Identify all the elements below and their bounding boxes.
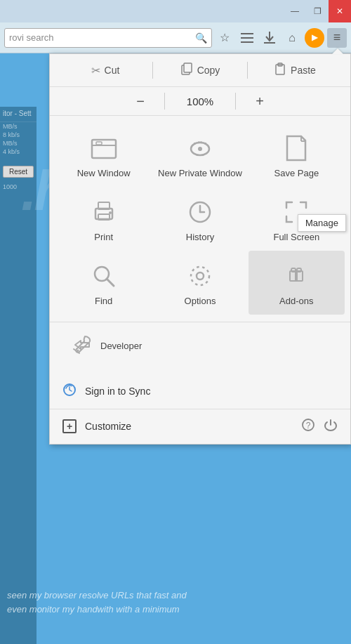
menu-button[interactable]: ≡: [327, 28, 347, 48]
find-icon: [88, 261, 119, 291]
save-page-label: Save Page: [274, 168, 319, 180]
new-window-label: New Window: [77, 168, 131, 180]
svg-text:?: ?: [306, 421, 311, 431]
developer-section: Developer: [50, 322, 350, 374]
copy-icon: [180, 63, 193, 78]
customize-label: Customize: [85, 421, 293, 432]
developer-label: Developer: [100, 341, 142, 353]
menu-item-add-ons[interactable]: Add-ons Manage: [249, 251, 345, 315]
menu-arrow: [332, 48, 343, 54]
search-icon[interactable]: 🔍: [195, 32, 207, 44]
zoom-in-button[interactable]: +: [250, 91, 270, 111]
zoom-out-button[interactable]: −: [131, 91, 150, 111]
full-screen-label: Full Screen: [273, 232, 319, 244]
svg-line-24: [107, 279, 114, 286]
print-label: Print: [94, 232, 113, 244]
paste-label: Paste: [291, 65, 316, 76]
customize-plus-icon: +: [62, 419, 77, 433]
menu-item-print[interactable]: Print: [55, 187, 152, 251]
toolbar: rovi search 🔍 ☆ ⌂ ▶ ≡: [0, 22, 351, 53]
menu-item-options[interactable]: Options: [152, 251, 248, 315]
print-icon: [88, 197, 119, 228]
cut-icon: ✂: [91, 64, 100, 77]
copy-button[interactable]: Copy: [153, 60, 247, 81]
sidebar-item-1: itor - Sett: [0, 107, 37, 122]
sidebar-stat-1: MB/s: [0, 122, 37, 131]
svg-point-19: [109, 211, 112, 214]
svg-point-31: [77, 349, 79, 351]
menu-dropdown: ✂ Cut Copy Paste − 100% +: [49, 53, 351, 445]
cut-button[interactable]: ✂ Cut: [58, 61, 152, 80]
add-ons-label: Add-ons: [279, 296, 313, 308]
sidebar-stat-2: 8 kb/s: [0, 131, 37, 139]
svg-rect-30: [297, 268, 301, 272]
power-icon[interactable]: [324, 418, 338, 435]
minimize-button[interactable]: —: [284, 0, 306, 22]
svg-rect-7: [92, 140, 116, 158]
add-ons-icon: [281, 261, 312, 291]
history-icon: [185, 197, 216, 228]
list-icon[interactable]: [237, 28, 257, 48]
paste-button[interactable]: Paste: [248, 60, 342, 81]
restore-button[interactable]: ❐: [306, 0, 329, 22]
signin-label: Sign in to Sync: [85, 386, 150, 397]
download-icon[interactable]: [260, 28, 279, 48]
search-text: rovi search: [9, 32, 195, 43]
paste-icon: [274, 63, 286, 78]
menu-item-find[interactable]: Find: [55, 251, 152, 315]
svg-rect-2: [241, 41, 253, 43]
new-window-icon: [88, 133, 119, 164]
history-label: History: [186, 232, 214, 244]
svg-rect-0: [241, 33, 253, 34]
menu-item-history[interactable]: History: [152, 187, 248, 251]
options-label: Options: [185, 296, 216, 308]
sidebar-stat-3: MB/s: [0, 139, 37, 147]
sync-icon: [62, 383, 77, 400]
edit-row: ✂ Cut Copy Paste: [50, 54, 350, 87]
title-bar: — ❐ ✕: [0, 0, 351, 22]
zoom-value: 100%: [179, 96, 221, 107]
star-icon[interactable]: ☆: [215, 28, 234, 48]
search-bar[interactable]: rovi search 🔍: [4, 28, 212, 48]
signin-row[interactable]: Sign in to Sync: [50, 374, 350, 409]
customize-actions: ?: [301, 418, 338, 435]
menu-item-new-private-window[interactable]: New Private Window: [152, 123, 248, 187]
svg-point-13: [198, 147, 202, 151]
svg-rect-29: [291, 268, 296, 272]
svg-rect-1: [241, 37, 253, 39]
menu-item-developer[interactable]: Developer: [64, 328, 149, 366]
manage-tooltip: Manage: [298, 214, 346, 232]
new-private-window-icon: [185, 133, 216, 164]
bg-footer-text: seen my browser resolve URLs that fast a…: [7, 589, 344, 616]
svg-point-25: [197, 272, 204, 280]
sidebar-stat-4: 4 kb/s: [0, 147, 37, 156]
cut-label: Cut: [105, 65, 120, 76]
options-icon: [185, 261, 216, 291]
home-icon[interactable]: ⌂: [282, 28, 302, 48]
svg-rect-4: [184, 63, 192, 72]
customize-row[interactable]: + Customize ?: [50, 409, 350, 444]
find-label: Find: [95, 296, 112, 308]
save-page-icon: [281, 133, 312, 164]
zoom-divider-2: [235, 93, 236, 110]
menu-item-new-window[interactable]: New Window: [55, 123, 152, 187]
help-icon[interactable]: ?: [301, 418, 315, 435]
vlc-icon[interactable]: ▶: [305, 28, 324, 48]
copy-label: Copy: [197, 65, 220, 76]
zoom-divider: [164, 93, 165, 110]
svg-point-26: [191, 267, 209, 285]
new-private-window-label: New Private Window: [158, 168, 242, 180]
developer-icon: [71, 334, 93, 356]
menu-item-save-page[interactable]: Save Page: [249, 123, 345, 187]
svg-rect-9: [96, 142, 102, 145]
zoom-row: − 100% +: [50, 87, 350, 116]
menu-items-grid: New Window New Private Window Save Page …: [50, 116, 350, 322]
close-button[interactable]: ✕: [329, 0, 351, 22]
